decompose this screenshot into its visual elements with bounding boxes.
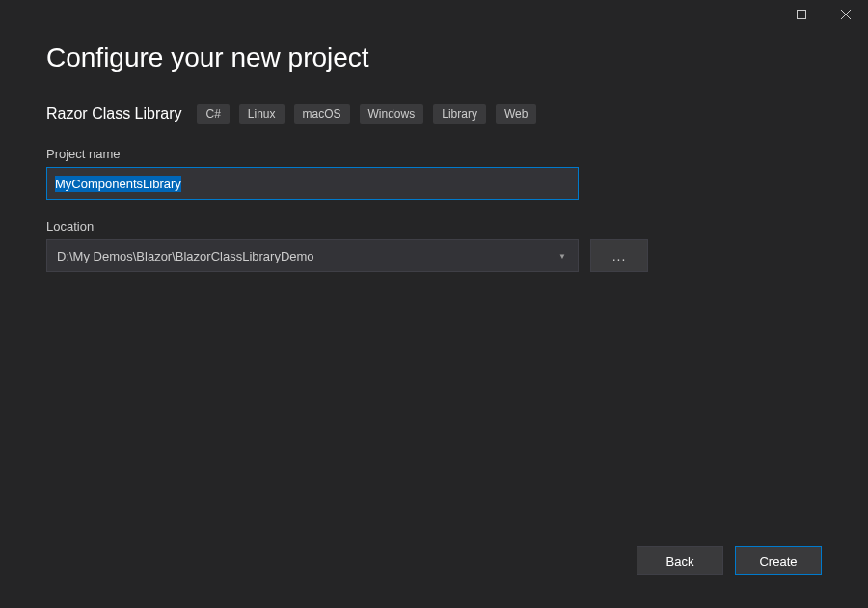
svg-rect-0 xyxy=(798,11,806,19)
template-row: Razor Class Library C# Linux macOS Windo… xyxy=(46,104,822,124)
page-title: Configure your new project xyxy=(46,42,822,73)
location-label: Location xyxy=(46,219,822,234)
back-button[interactable]: Back xyxy=(637,546,723,575)
template-name: Razor Class Library xyxy=(46,105,181,123)
browse-button[interactable]: ... xyxy=(590,239,648,272)
template-tag: macOS xyxy=(294,104,350,124)
location-dropdown[interactable]: D:\My Demos\Blazor\BlazorClassLibraryDem… xyxy=(46,239,579,272)
close-button[interactable] xyxy=(824,0,868,29)
back-label: Back xyxy=(666,554,694,568)
maximize-icon xyxy=(797,10,806,19)
template-tag: Linux xyxy=(239,104,285,124)
maximize-button[interactable] xyxy=(779,0,824,29)
create-button[interactable]: Create xyxy=(735,546,822,575)
close-icon xyxy=(841,10,851,19)
project-name-value: MyComponentsLibrary xyxy=(55,176,181,192)
project-name-label: Project name xyxy=(46,147,822,161)
template-tag: C# xyxy=(197,104,229,124)
template-tag: Windows xyxy=(360,104,424,124)
project-name-input[interactable]: MyComponentsLibrary xyxy=(46,167,579,200)
location-value: D:\My Demos\Blazor\BlazorClassLibraryDem… xyxy=(57,249,314,263)
template-tag: Library xyxy=(433,104,486,124)
browse-label: ... xyxy=(612,248,627,263)
create-label: Create xyxy=(759,554,797,568)
chevron-down-icon: ▼ xyxy=(558,252,566,261)
template-tag: Web xyxy=(496,104,536,124)
